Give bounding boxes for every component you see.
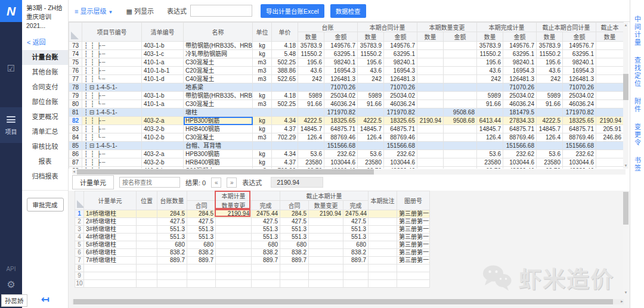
cell-name[interactable]: 墩柱: [184, 108, 253, 117]
cell-jb_q[interactable]: [596, 83, 624, 92]
cell-unit[interactable]: kg: [253, 125, 272, 133]
cell-node[interactable]: ┆ ┆ └┄: [82, 133, 142, 142]
search-input[interactable]: [119, 177, 180, 188]
cell-jht[interactable]: 551.3: [280, 226, 309, 234]
cell-unit[interactable]: kg: [253, 92, 272, 100]
cell-name[interactable]: [84, 265, 137, 272]
cell-pos[interactable]: [137, 249, 157, 257]
cell-jh_q[interactable]: 23580: [537, 158, 563, 167]
tab-change-order[interactable]: 变更令: [633, 123, 642, 147]
cell-wc[interactable]: 551.3: [252, 226, 280, 234]
cell-listno[interactable]: 410-1-d: [142, 75, 184, 83]
cell-jb_q[interactable]: [596, 150, 624, 158]
col-header-price[interactable]: 单价: [272, 23, 298, 42]
cell-bg_a[interactable]: [444, 142, 477, 150]
cell-bg_q[interactable]: [417, 67, 444, 75]
cell-name[interactable]: C30混凝土: [184, 133, 253, 142]
cell-ht[interactable]: [187, 272, 216, 280]
cell-jwc[interactable]: [343, 272, 369, 280]
sub-header-qty[interactable]: 数量: [417, 32, 444, 42]
user-name-badge[interactable]: 孙蕊娇: [1, 294, 27, 307]
cell-tz_q[interactable]: 14845.7: [298, 125, 324, 133]
cell-unit[interactable]: kg: [253, 117, 272, 125]
sidebar-item-计量台账[interactable]: 计量台账: [22, 50, 68, 65]
measure-unit-tab[interactable]: 计量单元: [72, 175, 114, 189]
cell-wc_q[interactable]: 195.6: [477, 58, 503, 67]
cell-tz_q[interactable]: 68.76: [298, 167, 324, 169]
cell-name[interactable]: 带肋钢筋(HRB335、HRB400): [184, 42, 253, 50]
col-header-note[interactable]: 本期批注: [369, 191, 397, 210]
cell-bg[interactable]: [216, 226, 252, 234]
cell-jb_q[interactable]: [596, 142, 624, 150]
cell-jh_a[interactable]: 149576.7: [563, 42, 596, 50]
main-horizontal-scrollbar[interactable]: ◄: [72, 169, 626, 175]
cell-tz_a[interactable]: 63295.1: [324, 50, 358, 58]
col-header-ledger-qty[interactable]: 台账数量: [157, 191, 187, 210]
cell-wc[interactable]: [252, 265, 280, 272]
cell-jht[interactable]: 551.3: [280, 234, 309, 241]
cell-listno[interactable]: 403-2-a: [142, 150, 184, 158]
cell-tz_a[interactable]: 16954.3: [324, 67, 358, 75]
cell-jb_q[interactable]: [596, 67, 624, 75]
cell-tz_a[interactable]: 71070.26: [324, 83, 358, 92]
col-header-unit[interactable]: 单位: [253, 23, 272, 42]
cell-jb_q[interactable]: [596, 92, 624, 100]
cell-ht_q[interactable]: 14845.7: [358, 125, 384, 133]
cell-ht_a[interactable]: 46036.24: [384, 100, 417, 108]
cell-price[interactable]: 502.25: [272, 58, 298, 67]
col-header-listno[interactable]: 清单编号: [142, 23, 184, 42]
cell-note[interactable]: [369, 257, 397, 265]
cell-unit[interactable]: kg: [253, 50, 272, 58]
sidebar-item-合同支付[interactable]: 合同支付: [22, 80, 68, 95]
cell-tz[interactable]: 838.2: [157, 249, 187, 257]
cell-ht[interactable]: [187, 265, 216, 272]
cell-bg_a[interactable]: [444, 100, 477, 108]
cell-jht[interactable]: 284.5: [280, 210, 309, 218]
cell-ht_q[interactable]: 242: [358, 75, 384, 83]
cell-price[interactable]: 4.18: [272, 92, 298, 100]
sub-header-amount[interactable]: 金额: [444, 32, 477, 42]
cell-tz_a[interactable]: 98240.1: [324, 58, 358, 67]
cell-jht[interactable]: 427.5: [280, 218, 309, 226]
cell-wc[interactable]: 680: [252, 241, 280, 249]
cell-node[interactable]: ┆ ┆ ├┄: [82, 158, 142, 167]
cell-jb_q[interactable]: 205.91: [596, 125, 624, 133]
cell-ht[interactable]: 284.5: [187, 210, 216, 218]
cell-tz_q[interactable]: [298, 108, 324, 117]
col-header-node[interactable]: 项目节编号: [82, 23, 142, 42]
cell-wc_q[interactable]: [477, 83, 503, 92]
cell-bg[interactable]: [216, 257, 252, 265]
cell-jht[interactable]: [280, 265, 309, 272]
cell-ht[interactable]: [187, 280, 216, 288]
cell-ht_a[interactable]: 151566.68: [384, 142, 417, 150]
cell-jht[interactable]: [280, 280, 309, 288]
cell-note[interactable]: [369, 280, 397, 288]
cell-jh_q[interactable]: 126.4: [537, 133, 563, 142]
sub-header-qty[interactable]: 数量: [298, 32, 324, 42]
cell-atlas[interactable]: 第三册第一分册: [397, 226, 430, 234]
cell-name[interactable]: HRB400钢筋: [184, 125, 253, 133]
cell-bg_q[interactable]: [417, 75, 444, 83]
cell-atlas[interactable]: 第三册第一分册: [397, 210, 430, 218]
bottom-vertical-scrollbar[interactable]: ▼: [623, 192, 628, 295]
cell-jh_a[interactable]: 48289.46: [563, 167, 596, 169]
cell-bg[interactable]: 2190.94: [216, 210, 252, 218]
cell-note[interactable]: [369, 218, 397, 226]
cell-unit[interactable]: m3: [253, 67, 272, 75]
cell-wc[interactable]: 427.5: [252, 218, 280, 226]
cell-bg_a[interactable]: [444, 167, 477, 169]
cell-name[interactable]: C30混凝土: [184, 167, 253, 169]
cell-price[interactable]: 4.37: [272, 125, 298, 133]
cell-ht_a[interactable]: 71070.26: [384, 83, 417, 92]
cell-price[interactable]: 5.48: [272, 50, 298, 58]
cell-bg_a[interactable]: [444, 42, 477, 50]
cell-bg_a[interactable]: [444, 67, 477, 75]
cell-name[interactable]: 5#桥墩墩柱: [84, 241, 137, 249]
cell-price[interactable]: [272, 108, 298, 117]
cell-jbg[interactable]: [309, 249, 343, 257]
cell-ht_a[interactable]: 98240.1: [384, 58, 417, 67]
cell-jh_q[interactable]: 43.6: [537, 67, 563, 75]
cell-price[interactable]: 702.29: [272, 133, 298, 142]
cell-wc_a[interactable]: 126481.3: [503, 75, 537, 83]
cell-bg_a[interactable]: [444, 158, 477, 167]
